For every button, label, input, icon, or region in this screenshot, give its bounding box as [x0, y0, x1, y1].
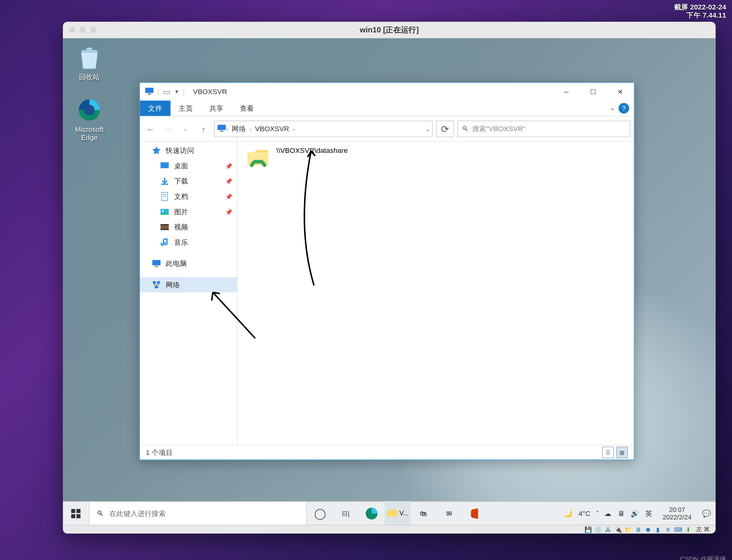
taskbar-mail[interactable]: ✉: [436, 502, 462, 525]
ime-indicator[interactable]: 英: [645, 509, 652, 519]
document-icon: [160, 192, 170, 201]
network-folder-icon: [246, 145, 271, 170]
taskbar-store[interactable]: 🛍: [410, 502, 436, 525]
nav-desktop[interactable]: 桌面📌: [140, 158, 237, 174]
taskbar-clock[interactable]: 20:072022/2/24: [658, 506, 696, 521]
tray-chevron-icon[interactable]: ˆ: [596, 509, 598, 518]
view-details-button[interactable]: ☰: [602, 446, 614, 458]
action-center-icon[interactable]: 💬: [702, 509, 711, 518]
pc-icon: [152, 259, 161, 268]
taskbar-explorer[interactable]: V...: [384, 501, 410, 525]
maximize-button[interactable]: ☐: [580, 83, 607, 101]
vbox-rec-icon[interactable]: ⏺: [644, 526, 652, 533]
tab-home[interactable]: 主页: [171, 101, 201, 116]
pin-icon[interactable]: 📌: [225, 178, 232, 185]
breadcrumb-vboxsvr[interactable]: VBOXSVR: [252, 125, 293, 133]
cortana-button[interactable]: ⊟|: [333, 502, 359, 525]
svg-rect-3: [145, 87, 154, 93]
taskbar-edge[interactable]: [359, 502, 384, 525]
nav-up-button[interactable]: ↑: [197, 122, 211, 136]
desktop-recycle-bin[interactable]: 回收站: [69, 44, 110, 82]
vbox-hostkey: 左 ⌘: [694, 526, 712, 533]
file-explorer-window: | ▭ ▼ | VBOXSVR ─ ☐ ✕ 文件 主页 共享: [139, 82, 634, 460]
desktop-edge[interactable]: Microsoft Edge: [69, 97, 110, 142]
tab-share[interactable]: 共享: [201, 101, 232, 116]
pin-icon[interactable]: 📌: [225, 163, 232, 169]
network-icon[interactable]: 🖥: [617, 509, 624, 518]
close-button[interactable]: ✕: [607, 83, 634, 101]
system-tray[interactable]: 🌙 4°C ˆ ☁ 🖥 🔊 英 20:072022/2/24 💬: [559, 506, 716, 521]
vbox-share-icon[interactable]: 📁: [624, 526, 632, 533]
start-button[interactable]: [63, 502, 89, 525]
nav-documents[interactable]: 文档📌: [140, 189, 237, 204]
content-pane[interactable]: \\VBOXSVR\datashare: [238, 138, 634, 445]
monitor-icon: [145, 86, 154, 98]
search-box[interactable]: 🔍︎ 搜索"VBOXSVR": [457, 120, 630, 137]
nav-this-pc[interactable]: 此电脑: [140, 256, 237, 271]
nav-quick-access[interactable]: 快速访问: [140, 143, 237, 158]
vbox-arrow-icon[interactable]: ⬇: [684, 526, 692, 533]
view-icons-button[interactable]: ▦: [616, 446, 628, 458]
address-bar[interactable]: › 网络 › VBOXSVR › ⌄: [214, 120, 433, 137]
qat-dropdown-icon[interactable]: ▼: [174, 89, 180, 95]
weather-icon: 🌙: [564, 509, 573, 518]
vbox-cd-icon[interactable]: 💿: [594, 526, 602, 533]
svg-rect-18: [153, 281, 156, 283]
vbox-display-icon[interactable]: 🖥: [634, 526, 642, 533]
mail-icon: ✉: [446, 509, 452, 518]
vbox-titlebar[interactable]: win10 [正在运行]: [63, 22, 716, 39]
mac-traffic-lights[interactable]: [69, 26, 97, 33]
explorer-titlebar[interactable]: | ▭ ▼ | VBOXSVR ─ ☐ ✕: [140, 83, 634, 101]
guest-desktop[interactable]: 回收站 Microsoft Edge | ▭ ▼ |: [63, 38, 716, 525]
vbox-cpu-icon[interactable]: ▮: [654, 526, 662, 533]
folder-icon: [386, 508, 398, 518]
csdn-watermark: CSDN @摇滚侠: [680, 555, 726, 560]
svg-rect-22: [76, 509, 81, 513]
nav-downloads[interactable]: 下载📌: [140, 174, 237, 189]
volume-icon[interactable]: 🔊: [630, 509, 639, 518]
taskbar-office[interactable]: [462, 502, 488, 525]
help-icon[interactable]: ?: [618, 103, 629, 114]
nav-network[interactable]: 网络: [140, 277, 237, 293]
svg-rect-6: [220, 130, 223, 132]
svg-rect-7: [161, 162, 169, 168]
nav-music[interactable]: 音乐: [140, 235, 237, 250]
shared-folder-item[interactable]: \\VBOXSVR\datashare: [246, 145, 626, 170]
pin-icon[interactable]: 📌: [225, 209, 232, 215]
breadcrumb-network[interactable]: 网络: [228, 124, 249, 134]
vbox-usb-icon[interactable]: 🔌: [614, 526, 622, 533]
ribbon-expand-icon[interactable]: ⌄: [610, 104, 615, 112]
nav-forward-button[interactable]: →: [161, 122, 175, 136]
vbox-net-icon[interactable]: 🖧: [604, 526, 612, 533]
minimize-button[interactable]: ─: [553, 83, 580, 101]
tab-file[interactable]: 文件: [140, 101, 171, 116]
svg-rect-16: [152, 260, 160, 266]
nav-videos[interactable]: 视频: [140, 220, 237, 235]
shared-folder-label: \\VBOXSVR\datashare: [277, 145, 348, 155]
vbox-hdd-icon[interactable]: 💾: [584, 526, 592, 533]
windows-icon: [71, 509, 81, 518]
music-icon: [160, 238, 170, 247]
address-dropdown-icon[interactable]: ⌄: [425, 126, 430, 132]
tab-view[interactable]: 查看: [232, 101, 262, 116]
nav-pictures[interactable]: 图片📌: [140, 204, 237, 220]
properties-icon[interactable]: ▭: [163, 87, 171, 97]
svg-rect-23: [71, 514, 75, 518]
task-view-button[interactable]: ◯: [307, 502, 333, 525]
vbox-kbd-icon[interactable]: ⌨: [674, 526, 682, 533]
vbox-title-text: win10 [正在运行]: [360, 25, 419, 34]
svg-rect-0: [87, 48, 92, 50]
refresh-button[interactable]: ⟳: [436, 120, 454, 137]
nav-recent-icon[interactable]: ⌄: [179, 122, 193, 136]
navigation-pane[interactable]: 快速访问 桌面📌 下载📌 文档📌: [140, 138, 238, 445]
desktop-icon: [160, 161, 170, 171]
network-icon: [152, 280, 161, 289]
nav-back-button[interactable]: ←: [143, 122, 158, 136]
pin-icon[interactable]: 📌: [225, 193, 232, 200]
svg-rect-19: [157, 281, 160, 283]
onedrive-icon[interactable]: ☁: [604, 509, 611, 518]
taskbar-search[interactable]: 🔍︎ 在此键入进行搜索: [89, 502, 307, 525]
video-icon: [160, 222, 170, 232]
svg-rect-24: [76, 514, 81, 518]
vbox-mouse-icon[interactable]: 🖱: [664, 526, 672, 533]
